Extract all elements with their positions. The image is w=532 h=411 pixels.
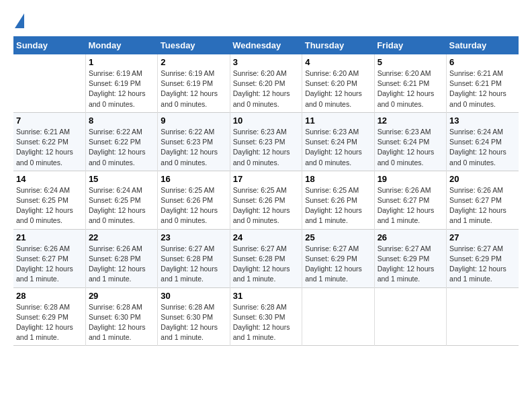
calendar-cell: 27Sunrise: 6:27 AMSunset: 6:29 PMDayligh… <box>447 229 519 287</box>
day-number: 9 <box>161 116 226 126</box>
day-info: Sunrise: 6:22 AMSunset: 6:23 PMDaylight:… <box>161 128 218 167</box>
day-number: 8 <box>89 116 154 126</box>
day-number: 18 <box>305 174 371 184</box>
calendar-cell: 19Sunrise: 6:26 AMSunset: 6:27 PMDayligh… <box>374 171 446 229</box>
day-info: Sunrise: 6:20 AMSunset: 6:20 PMDaylight:… <box>233 69 290 108</box>
day-info: Sunrise: 6:21 AMSunset: 6:21 PMDaylight:… <box>449 69 506 108</box>
logo-triangle-icon <box>15 13 24 28</box>
header-thursday: Thursday <box>302 36 374 54</box>
day-number: 16 <box>161 174 226 184</box>
day-info: Sunrise: 6:25 AMSunset: 6:26 PMDaylight:… <box>161 186 218 225</box>
day-number: 22 <box>89 232 154 242</box>
day-info: Sunrise: 6:19 AMSunset: 6:19 PMDaylight:… <box>161 69 218 108</box>
day-number: 29 <box>89 291 154 301</box>
header-monday: Monday <box>85 36 157 54</box>
calendar-cell: 2Sunrise: 6:19 AMSunset: 6:19 PMDaylight… <box>158 54 230 112</box>
calendar-cell: 14Sunrise: 6:24 AMSunset: 6:25 PMDayligh… <box>13 171 85 229</box>
day-number: 24 <box>233 232 299 242</box>
day-number: 27 <box>449 232 516 242</box>
calendar-header-row: SundayMondayTuesdayWednesdayThursdayFrid… <box>13 36 519 54</box>
day-info: Sunrise: 6:28 AMSunset: 6:29 PMDaylight:… <box>16 303 73 342</box>
calendar-cell: 23Sunrise: 6:27 AMSunset: 6:28 PMDayligh… <box>158 229 230 287</box>
day-info: Sunrise: 6:25 AMSunset: 6:26 PMDaylight:… <box>305 186 362 225</box>
calendar-cell: 4Sunrise: 6:20 AMSunset: 6:20 PMDaylight… <box>302 54 374 112</box>
day-number: 11 <box>305 116 371 126</box>
day-info: Sunrise: 6:19 AMSunset: 6:19 PMDaylight:… <box>89 69 146 108</box>
calendar-week-row: 7Sunrise: 6:21 AMSunset: 6:22 PMDaylight… <box>13 112 519 171</box>
calendar-table: SundayMondayTuesdayWednesdayThursdayFrid… <box>13 36 519 346</box>
day-number: 21 <box>16 232 83 242</box>
calendar-cell: 9Sunrise: 6:22 AMSunset: 6:23 PMDaylight… <box>158 112 230 171</box>
calendar-week-row: 1Sunrise: 6:19 AMSunset: 6:19 PMDaylight… <box>13 54 519 112</box>
calendar-cell <box>302 287 374 346</box>
calendar-cell: 26Sunrise: 6:27 AMSunset: 6:29 PMDayligh… <box>374 229 446 287</box>
day-number: 6 <box>449 57 516 67</box>
calendar-cell: 16Sunrise: 6:25 AMSunset: 6:26 PMDayligh… <box>158 171 230 229</box>
day-number: 17 <box>233 174 299 184</box>
day-number: 19 <box>378 174 443 184</box>
calendar-cell: 21Sunrise: 6:26 AMSunset: 6:27 PMDayligh… <box>13 229 85 287</box>
day-info: Sunrise: 6:26 AMSunset: 6:27 PMDaylight:… <box>16 244 73 283</box>
day-number: 13 <box>449 116 516 126</box>
day-info: Sunrise: 6:28 AMSunset: 6:30 PMDaylight:… <box>233 303 290 342</box>
calendar-cell: 30Sunrise: 6:28 AMSunset: 6:30 PMDayligh… <box>158 287 230 346</box>
day-info: Sunrise: 6:24 AMSunset: 6:25 PMDaylight:… <box>89 186 146 225</box>
header-sunday: Sunday <box>13 36 85 54</box>
day-number: 14 <box>16 174 83 184</box>
calendar-cell: 7Sunrise: 6:21 AMSunset: 6:22 PMDaylight… <box>13 112 85 171</box>
logo <box>13 13 24 30</box>
calendar-cell <box>447 287 519 346</box>
day-info: Sunrise: 6:26 AMSunset: 6:27 PMDaylight:… <box>449 186 506 225</box>
day-number: 12 <box>378 116 443 126</box>
day-info: Sunrise: 6:27 AMSunset: 6:28 PMDaylight:… <box>161 244 218 283</box>
day-number: 31 <box>233 291 299 301</box>
calendar-cell <box>13 54 85 112</box>
header-wednesday: Wednesday <box>230 36 302 54</box>
calendar-cell: 18Sunrise: 6:25 AMSunset: 6:26 PMDayligh… <box>302 171 374 229</box>
calendar-cell: 28Sunrise: 6:28 AMSunset: 6:29 PMDayligh… <box>13 287 85 346</box>
calendar-cell: 15Sunrise: 6:24 AMSunset: 6:25 PMDayligh… <box>85 171 157 229</box>
day-number: 15 <box>89 174 154 184</box>
calendar-cell: 24Sunrise: 6:27 AMSunset: 6:28 PMDayligh… <box>230 229 302 287</box>
day-info: Sunrise: 6:27 AMSunset: 6:29 PMDaylight:… <box>378 244 435 283</box>
day-number: 3 <box>233 57 299 67</box>
day-info: Sunrise: 6:27 AMSunset: 6:29 PMDaylight:… <box>449 244 506 283</box>
calendar-week-row: 21Sunrise: 6:26 AMSunset: 6:27 PMDayligh… <box>13 229 519 287</box>
day-info: Sunrise: 6:25 AMSunset: 6:26 PMDaylight:… <box>233 186 290 225</box>
day-number: 7 <box>16 116 83 126</box>
header-saturday: Saturday <box>447 36 519 54</box>
day-number: 4 <box>305 57 371 67</box>
day-info: Sunrise: 6:23 AMSunset: 6:23 PMDaylight:… <box>233 128 290 167</box>
day-info: Sunrise: 6:27 AMSunset: 6:28 PMDaylight:… <box>233 244 290 283</box>
calendar-cell: 5Sunrise: 6:20 AMSunset: 6:21 PMDaylight… <box>374 54 446 112</box>
day-info: Sunrise: 6:26 AMSunset: 6:28 PMDaylight:… <box>89 244 146 283</box>
calendar-week-row: 28Sunrise: 6:28 AMSunset: 6:29 PMDayligh… <box>13 287 519 346</box>
day-info: Sunrise: 6:27 AMSunset: 6:29 PMDaylight:… <box>305 244 362 283</box>
day-number: 25 <box>305 232 371 242</box>
day-info: Sunrise: 6:23 AMSunset: 6:24 PMDaylight:… <box>378 128 435 167</box>
day-info: Sunrise: 6:22 AMSunset: 6:22 PMDaylight:… <box>89 128 146 167</box>
calendar-cell: 31Sunrise: 6:28 AMSunset: 6:30 PMDayligh… <box>230 287 302 346</box>
calendar-cell: 25Sunrise: 6:27 AMSunset: 6:29 PMDayligh… <box>302 229 374 287</box>
day-number: 26 <box>378 232 443 242</box>
day-info: Sunrise: 6:24 AMSunset: 6:25 PMDaylight:… <box>16 186 73 225</box>
calendar-cell: 1Sunrise: 6:19 AMSunset: 6:19 PMDaylight… <box>85 54 157 112</box>
calendar-cell: 8Sunrise: 6:22 AMSunset: 6:22 PMDaylight… <box>85 112 157 171</box>
calendar-cell <box>374 287 446 346</box>
day-number: 1 <box>89 57 154 67</box>
day-info: Sunrise: 6:23 AMSunset: 6:24 PMDaylight:… <box>305 128 362 167</box>
calendar-cell: 20Sunrise: 6:26 AMSunset: 6:27 PMDayligh… <box>447 171 519 229</box>
calendar-week-row: 14Sunrise: 6:24 AMSunset: 6:25 PMDayligh… <box>13 171 519 229</box>
day-info: Sunrise: 6:20 AMSunset: 6:20 PMDaylight:… <box>305 69 362 108</box>
day-number: 28 <box>16 291 83 301</box>
calendar-cell: 13Sunrise: 6:24 AMSunset: 6:24 PMDayligh… <box>447 112 519 171</box>
day-number: 2 <box>161 57 226 67</box>
day-info: Sunrise: 6:26 AMSunset: 6:27 PMDaylight:… <box>378 186 435 225</box>
header-friday: Friday <box>374 36 446 54</box>
day-number: 5 <box>378 57 443 67</box>
calendar-cell: 12Sunrise: 6:23 AMSunset: 6:24 PMDayligh… <box>374 112 446 171</box>
header-tuesday: Tuesday <box>158 36 230 54</box>
day-info: Sunrise: 6:24 AMSunset: 6:24 PMDaylight:… <box>449 128 506 167</box>
calendar-cell: 17Sunrise: 6:25 AMSunset: 6:26 PMDayligh… <box>230 171 302 229</box>
day-number: 23 <box>161 232 226 242</box>
